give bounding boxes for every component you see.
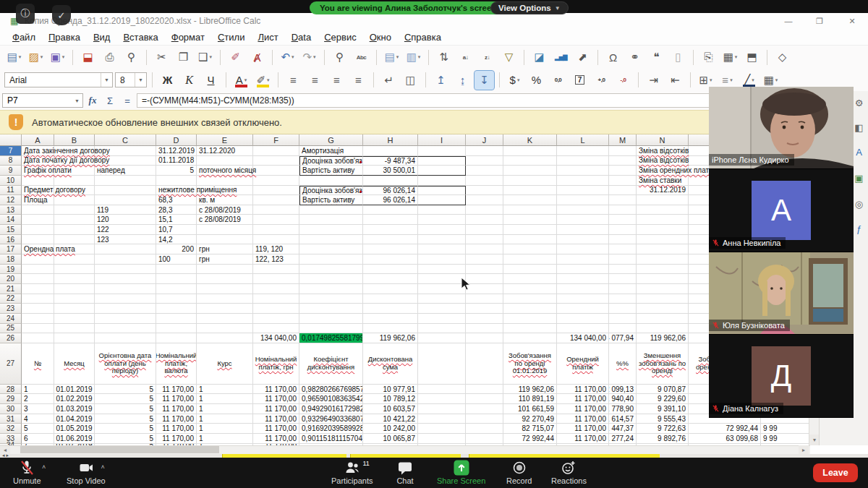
row-header-9[interactable]: 9 [0,166,22,176]
add-decimal-icon[interactable]: +,0 [592,71,611,90]
cell-M29[interactable]: 1 940,40 [609,394,637,404]
cell-G25[interactable] [299,324,363,334]
cell-G31[interactable]: 0,93296490336807 [299,414,363,424]
cell-E12[interactable]: кв. м [197,195,253,205]
menu-item-Лист[interactable]: Лист [251,30,284,44]
menu-item-Data[interactable]: Data [285,30,318,44]
row-header-17[interactable]: 17 [0,244,22,254]
cell-K28[interactable]: 119 962,06 [503,385,557,395]
column-header-C[interactable]: C [95,134,156,146]
cell-B28[interactable]: 01.01.2019 [54,385,95,395]
cell-E21[interactable] [197,284,253,294]
cell-B30[interactable]: 01.03.2019 [54,404,95,414]
cell-J31[interactable] [466,414,503,424]
column-header-F[interactable]: F [253,134,299,146]
cell-I27[interactable] [418,343,466,385]
cell-F29[interactable]: 11 170,00 [253,394,299,404]
cell-L7[interactable] [557,146,609,156]
cell-F25[interactable] [253,324,299,334]
chevron-up-icon[interactable]: ˄ [42,463,46,471]
cell-D15[interactable]: 10,7 [156,225,197,235]
cell-G18[interactable] [299,254,363,265]
cell-I8[interactable] [418,156,466,166]
cell-I16[interactable] [418,235,466,245]
cell-N8[interactable]: Зміна відсотків [637,156,689,166]
cell-D19[interactable] [156,265,197,275]
cell-I19[interactable] [418,265,466,275]
cell-H27[interactable]: Дисконтована сума [363,343,418,385]
cell-J12[interactable] [466,195,503,205]
cell-H28[interactable]: 10 977,91 [363,385,418,395]
cell-F13[interactable] [253,205,299,215]
scroll-right-icon[interactable]: ▸ [799,445,809,454]
cell-O33[interactable]: 63 099,68 [689,434,761,444]
cell-J26[interactable] [466,333,503,343]
cell-M24[interactable] [609,314,637,324]
cell-H11[interactable]: 96 026,14 [363,186,418,196]
cell-K24[interactable] [503,314,557,324]
cell-F8[interactable] [253,156,299,166]
cell-L29[interactable]: 11 170,00 [557,394,609,404]
cell-L27[interactable]: Орендний платіж [557,343,609,385]
cell-A16[interactable] [22,235,54,245]
delete-decimal-icon[interactable]: -,0 [613,71,633,90]
cell-E30[interactable]: 1 [197,404,253,414]
cell-D9[interactable]: 5 [156,166,197,176]
cell-N25[interactable] [637,324,689,334]
cell-J17[interactable] [466,244,503,254]
cell-B21[interactable] [54,284,95,294]
copy-icon[interactable]: ❐ [174,48,193,67]
cell-K8[interactable] [503,156,557,166]
sidebar-deck-icon[interactable]: ◧ [853,121,865,134]
cell-H7[interactable] [363,146,418,156]
cell-I33[interactable] [418,434,466,444]
cell-G9[interactable]: Вартість активу [299,166,363,176]
find-replace-icon[interactable]: ⚲ [330,48,349,67]
cell-B31[interactable]: 01.04.2019 [54,414,95,424]
cell-F17[interactable]: 119, 120 [253,244,299,254]
cell-J25[interactable] [466,324,503,334]
cell-D16[interactable]: 14,2 [156,235,197,245]
cell-A27[interactable]: № [22,343,54,385]
row-header-12[interactable]: 12 [0,195,22,205]
cell-N9[interactable]: Зміна орендних плат [637,166,689,176]
cell-A12[interactable]: Площа [22,195,54,205]
cell-J7[interactable] [466,146,503,156]
cell-L23[interactable] [557,304,609,314]
cell-A18[interactable] [22,254,54,265]
cell-L32[interactable]: 11 170,00 [557,424,609,434]
cell-B15[interactable] [54,225,95,235]
cell-N27[interactable]: Зменшення зобов'язань по оренді [637,343,689,385]
cell-A26[interactable] [22,333,54,343]
stop-video-button[interactable]: ˄Stop Video [67,460,106,485]
cell-D23[interactable] [156,304,197,314]
cell-A22[interactable] [22,294,54,304]
cell-E13[interactable]: с 28/08/2019 [197,205,253,215]
cell-I17[interactable] [418,244,466,254]
cell-I18[interactable] [418,254,466,265]
font-size-combo[interactable]: 8▼ [115,72,147,87]
cell-A29[interactable]: 2 [22,394,54,404]
clone-formatting-icon[interactable]: ✐ [226,48,245,67]
cell-C31[interactable]: 5 [95,414,156,424]
cell-L28[interactable]: 11 170,00 [557,385,609,395]
undo-icon[interactable]: ↶ [278,48,297,67]
cell-N19[interactable] [637,265,689,275]
row-header-23[interactable]: 23 [0,304,22,314]
row-header-20[interactable]: 20 [0,274,22,284]
cell-A23[interactable] [22,304,54,314]
sort-descending-icon[interactable]: z↓ [477,48,497,67]
row-header-15[interactable]: 15 [0,225,22,235]
align-center-icon[interactable]: ≡ [305,71,325,90]
cell-B32[interactable]: 01.05.2019 [54,424,95,434]
column-header-B[interactable]: B [54,134,95,146]
row-header-7[interactable]: 7 [0,146,22,156]
cell-M14[interactable] [609,215,637,225]
cell-N15[interactable] [637,225,689,235]
cell-G33[interactable]: 0,90115181115704 [299,434,363,444]
cell-J28[interactable] [466,385,503,395]
underline-icon[interactable]: Ч [201,71,221,90]
cell-A14[interactable] [22,215,54,225]
cell-G13[interactable] [299,205,363,215]
cell-J23[interactable] [466,304,503,314]
